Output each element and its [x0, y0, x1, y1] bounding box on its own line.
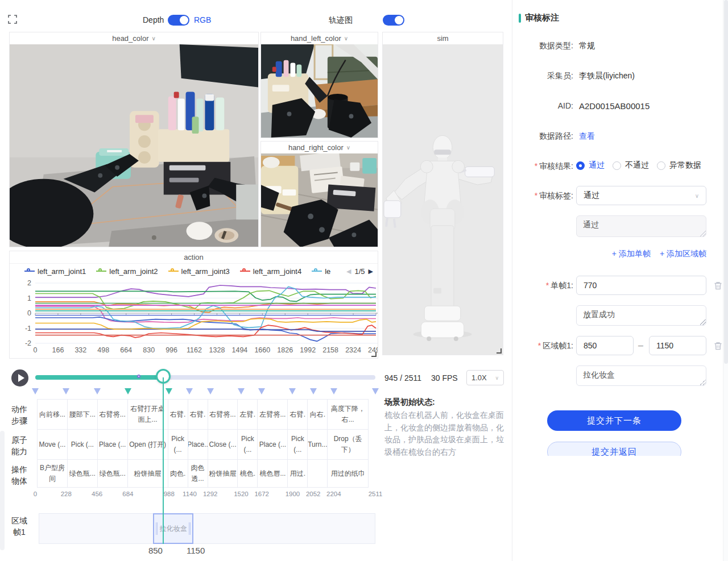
depth-rgb-toggle[interactable] — [168, 15, 189, 26]
radio-icon — [613, 161, 621, 170]
axis-tick-label: 1672 — [254, 491, 269, 497]
toggle-knob — [180, 16, 188, 24]
radio-pass[interactable]: 通过 — [576, 160, 605, 171]
radio-abnormal[interactable]: 异常数据 — [657, 160, 701, 171]
axis-tick-label: 228 — [61, 491, 72, 497]
fullscreen-icon[interactable] — [8, 15, 17, 24]
axis-tick-label: 988 — [164, 491, 175, 497]
single-frame-input[interactable] — [576, 276, 706, 295]
legend-prev-icon[interactable]: ◀ — [346, 268, 351, 275]
timeline-marker[interactable] — [186, 388, 193, 394]
region-start-input[interactable] — [576, 336, 634, 355]
timeline-marker[interactable] — [207, 388, 214, 394]
table-cell — [307, 459, 328, 488]
scene-initial-state: 场景初始状态: 梳妆台在机器人前，化妆盒在桌面上，化妆盒的侧边摆放着物品，化妆品… — [384, 397, 508, 459]
timeline-marker[interactable] — [330, 388, 337, 394]
sim-panel: sim — [382, 32, 503, 355]
table-cell: Place (... — [257, 429, 288, 460]
step-table: 向前移...腰部下...右臂将...右臂打开桌面上...右臂.右臂.右臂将...… — [38, 400, 369, 488]
table-cell: 向前移... — [37, 399, 68, 430]
region-highlight[interactable]: 拉化妆盒 — [153, 513, 193, 544]
table-cell: 绿色瓶... — [97, 459, 128, 488]
svg-text:2158: 2158 — [322, 346, 338, 354]
timeline-marker[interactable] — [372, 388, 379, 394]
table-cell: 右臂将... — [208, 399, 238, 430]
svg-text:1494: 1494 — [231, 346, 247, 354]
head-color-header[interactable]: head_color ∨ — [10, 32, 258, 44]
submit-back-button[interactable]: 提交并返回 — [547, 442, 681, 456]
review-result-label: *审核结果: — [512, 161, 573, 172]
svg-text:1826: 1826 — [277, 346, 293, 354]
scrollbar-thumb[interactable] — [724, 0, 728, 364]
timeline-marker[interactable] — [238, 388, 245, 394]
timeline-marker[interactable] — [258, 388, 265, 394]
table-cell: Place.. — [188, 429, 208, 460]
sim-view[interactable] — [383, 44, 503, 355]
panel-title-text: 审核标注 — [525, 13, 559, 23]
region-start-label: 850 — [148, 546, 163, 555]
progress-slider[interactable] — [35, 375, 375, 380]
hand-right-header[interactable]: hand_right_color ∨ — [261, 142, 378, 153]
legend-item-le[interactable]: le — [312, 267, 330, 276]
timeline-marker[interactable] — [63, 388, 69, 394]
chevron-down-icon: ∨ — [695, 193, 699, 199]
svg-text:-1: -1 — [25, 325, 31, 333]
chart-legend: left_arm_joint1left_arm_joint2left_arm_j… — [10, 264, 378, 279]
playhead-line — [163, 377, 164, 544]
timeline-marker[interactable] — [166, 388, 172, 394]
hand-left-video — [261, 44, 378, 138]
region-grip-left-icon[interactable] — [156, 522, 158, 535]
right-scrollbar[interactable] — [723, 0, 728, 561]
legend-item-left_arm_joint3[interactable]: left_arm_joint3 — [168, 267, 230, 276]
timeline-marker[interactable] — [310, 388, 317, 394]
table-row-label: 动作步骤 — [9, 404, 30, 426]
fps-label: 30 FPS — [431, 373, 458, 383]
action-chart-panel: action left_arm_joint1left_arm_joint2lef… — [9, 251, 378, 359]
timeline-marker[interactable] — [94, 388, 101, 394]
table-cell: 左臂将... — [257, 399, 288, 430]
data-path-link[interactable]: 查看 — [579, 131, 595, 142]
sim-robot — [383, 44, 503, 355]
legend-item-left_arm_joint4[interactable]: left_arm_joint4 — [240, 267, 301, 276]
title-accent-bar — [519, 14, 521, 23]
resize-handle-icon[interactable] — [497, 348, 502, 354]
timeline-marker[interactable] — [289, 388, 296, 394]
add-region-frame-link[interactable]: + 添加区域帧 — [660, 249, 706, 259]
legend-next-icon[interactable]: ▶ — [369, 268, 373, 275]
legend-pager: ◀ 1/5 ▶ — [346, 267, 373, 276]
legend-item-left_arm_joint1[interactable]: left_arm_joint1 — [24, 267, 86, 276]
region-track[interactable]: 拉化妆盒 — [39, 513, 375, 544]
speed-select[interactable]: 1.0X ∨ — [466, 370, 504, 385]
trash-icon[interactable] — [713, 281, 722, 290]
hand-left-header[interactable]: hand_left_color ∨ — [261, 32, 378, 44]
trash-icon[interactable] — [713, 341, 722, 351]
legend-item-left_arm_joint2[interactable]: left_arm_joint2 — [96, 267, 158, 276]
play-button[interactable] — [11, 369, 28, 387]
submit-next-button[interactable]: 提交并下一条 — [547, 410, 681, 431]
review-tag-label: *审核标签: — [512, 191, 573, 201]
svg-text:996: 996 — [166, 346, 177, 354]
resize-handle-icon[interactable] — [371, 352, 377, 357]
hand-left-title: hand_left_color — [291, 34, 341, 43]
aid-label: AID: — [512, 101, 573, 110]
review-tag-select[interactable]: 通过 ∨ — [576, 186, 706, 205]
left-scrollbar[interactable] — [0, 431, 5, 550]
trajectory-toggle[interactable] — [383, 15, 404, 26]
timeline-marker[interactable] — [32, 388, 39, 394]
radio-icon — [657, 161, 665, 170]
region-end-input[interactable] — [649, 336, 706, 355]
add-single-frame-link[interactable]: + 添加单帧 — [612, 249, 651, 259]
depth-label: Depth — [143, 15, 164, 24]
hand-right-video — [261, 153, 378, 247]
rgb-label: RGB — [194, 15, 211, 24]
table-cell: Pick (... — [287, 429, 308, 460]
region-end-label: 1150 — [187, 546, 205, 555]
region-frame-note[interactable]: 拉化妆盒 — [576, 365, 706, 386]
region-grip-right-icon[interactable] — [189, 522, 191, 535]
hand-right-panel: hand_right_color ∨ — [260, 141, 378, 247]
review-tag-note[interactable]: 通过 — [576, 215, 706, 237]
radio-fail[interactable]: 不通过 — [613, 160, 649, 171]
speed-value: 1.0X — [471, 373, 487, 382]
timeline-marker[interactable] — [125, 388, 131, 394]
single-frame-note[interactable]: 放置成功 — [576, 305, 706, 326]
